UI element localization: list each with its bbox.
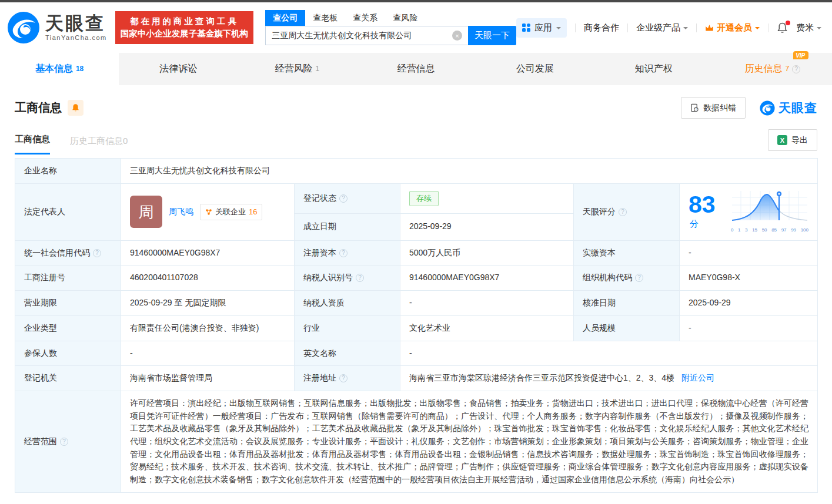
- tab-label: 经营风险: [275, 63, 313, 75]
- help-icon[interactable]: ?: [339, 249, 347, 257]
- search-tab-boss[interactable]: 查老板: [305, 10, 345, 26]
- correction-icon: !: [690, 103, 699, 112]
- business-info-table: 企业名称 三亚周大生无忧共创文化科技有限公司 法定代表人 周 周飞鸣 关联企业 …: [15, 158, 818, 493]
- legal-rep-name-link[interactable]: 周飞鸣: [169, 206, 193, 219]
- field-label-staff-size: 人员规模: [574, 315, 680, 341]
- field-label-company-type: 企业类型: [15, 315, 121, 341]
- related-companies-label: 关联企业: [215, 206, 246, 218]
- logo-eye-icon: [7, 11, 40, 44]
- help-icon[interactable]: ?: [356, 274, 364, 282]
- tab-label: 经营信息: [397, 63, 435, 75]
- taxpayer-id-value: 91460000MAEY0G98X7: [400, 266, 574, 291]
- field-label-english-name: 英文名称: [295, 341, 400, 366]
- approval-date-value: 2025-09-29: [680, 291, 818, 316]
- nav-apps[interactable]: 应用: [516, 18, 567, 38]
- logo-title: 天眼查: [45, 14, 107, 33]
- tab-business-info[interactable]: 经营信息: [356, 53, 475, 85]
- business-term-value: 2025-09-29 至 无固定期限: [121, 291, 295, 316]
- insured-count-value: -: [121, 341, 295, 366]
- help-icon[interactable]: ?: [619, 208, 627, 216]
- tab-legal-litigation[interactable]: 法律诉讼: [119, 53, 238, 85]
- credit-code-value: 91460000MAEY0G98X7: [121, 240, 295, 266]
- slogan-line1: 都在用的商业查询工具: [121, 15, 249, 28]
- field-label-industry: 行业: [295, 315, 400, 341]
- table-row: 统一社会信用代码? 91460000MAEY0G98X7 注册资本? 5000万…: [15, 240, 818, 266]
- search-tabs: 查公司 查老板 查关系 查风险: [265, 10, 516, 26]
- help-icon[interactable]: ?: [60, 438, 68, 446]
- nav-open-vip[interactable]: 开通会员: [705, 22, 760, 33]
- tab-label: 历史信息: [745, 63, 783, 75]
- help-icon[interactable]: ?: [339, 374, 347, 382]
- help-icon[interactable]: ?: [93, 249, 101, 257]
- export-button[interactable]: X 导出: [768, 129, 817, 151]
- divider: [627, 23, 628, 32]
- tianyancha-logo[interactable]: 天眼查 TianYanCha.com: [7, 11, 107, 44]
- search-tab-risk[interactable]: 查风险: [385, 10, 425, 26]
- field-label-reg-number: 工商注册号: [15, 266, 121, 291]
- subtab-history-registration[interactable]: 历史工商信息0: [70, 136, 128, 154]
- tab-label: 法律诉讼: [159, 63, 197, 75]
- help-icon[interactable]: ?: [635, 274, 643, 282]
- nav-enterprise-label: 企业级产品: [636, 22, 680, 33]
- taxpayer-quality-value: -: [400, 291, 574, 316]
- field-label-org-code: 组织机构代码?: [574, 266, 680, 291]
- excel-icon: X: [777, 135, 787, 145]
- divider: [575, 23, 576, 32]
- score-cell: 83分: [680, 183, 818, 240]
- staff-size-value: -: [680, 315, 818, 341]
- field-label-reg-status: 登记状态?: [295, 183, 400, 213]
- search-button[interactable]: 天眼一下: [468, 26, 516, 45]
- search-input[interactable]: [272, 31, 452, 41]
- tab-basic-info[interactable]: 基本信息 18: [0, 53, 119, 85]
- nav-apps-label: 应用: [534, 22, 552, 33]
- nav-enterprise-products[interactable]: 企业级产品: [636, 22, 688, 33]
- chevron-down-icon: [817, 27, 821, 32]
- tab-operation-risk[interactable]: 经营风险 1: [238, 53, 356, 85]
- score-value-group[interactable]: 83分: [689, 193, 723, 231]
- help-icon[interactable]: ?: [792, 65, 800, 73]
- nav-vip-label: 开通会员: [717, 22, 752, 33]
- tab-company-development[interactable]: 公司发展: [476, 53, 594, 85]
- nav-user[interactable]: 费米: [796, 22, 821, 33]
- industry-value: 文化艺术业: [400, 315, 574, 341]
- subtab-business-registration[interactable]: 工商信息: [15, 134, 50, 154]
- field-label-company-name: 企业名称: [15, 159, 121, 184]
- related-companies-button[interactable]: 关联企业 16: [200, 204, 262, 220]
- tab-history-info[interactable]: VIP 历史信息 7 ?: [713, 53, 832, 85]
- table-row: 参保人数 - 英文名称 -: [15, 341, 818, 366]
- field-label-insured-count: 参保人数: [15, 341, 121, 366]
- bell-icon: [71, 103, 80, 112]
- table-row: 登记机关 海南省市场监督管理局 注册地址? 海南省三亚市海棠区琼港经济合作三亚示…: [15, 366, 818, 391]
- data-correction-button[interactable]: ! 数据纠错: [681, 97, 746, 119]
- english-name-value: -: [400, 341, 818, 366]
- table-row: 企业类型 有限责任公司(港澳台投资、非独资) 行业 文化艺术业 人员规模 -: [15, 315, 818, 341]
- search-tab-relation[interactable]: 查关系: [345, 10, 385, 26]
- watermark-logo: 天眼查: [760, 100, 817, 116]
- nav-cooperation[interactable]: 商务合作: [584, 22, 619, 33]
- avatar[interactable]: 周: [130, 196, 162, 228]
- header-nav: 应用 商务合作 企业级产品 开通会员 费米: [516, 18, 821, 38]
- notifications-bell[interactable]: [777, 22, 788, 33]
- score-unit: 分: [690, 219, 699, 229]
- help-icon[interactable]: ?: [339, 194, 347, 203]
- header: 天眼查 TianYanCha.com 都在用的商业查询工具 国家中小企业发展子基…: [0, 2, 832, 53]
- export-label: 导出: [791, 135, 808, 146]
- subscribe-bell-button[interactable]: [68, 100, 83, 116]
- tab-label: 基本信息: [35, 63, 73, 75]
- field-label-approval-date: 核准日期: [574, 291, 680, 316]
- clear-search-icon[interactable]: ×: [452, 31, 462, 41]
- status-badge: 存续: [409, 191, 439, 206]
- field-label-paid-capital: 实缴资本: [574, 240, 680, 266]
- tab-intellectual-property[interactable]: 知识产权: [594, 53, 713, 85]
- field-label-legal-rep: 法定代表人: [15, 183, 121, 240]
- table-row: 经营范围? 许可经营项目：演出经纪；出版物互联网销售；互联网信息服务；出版物批发…: [15, 391, 818, 492]
- field-label-taxpayer-id: 纳税人识别号?: [295, 266, 400, 291]
- search-tab-company[interactable]: 查公司: [265, 10, 305, 26]
- slogan-banner: 都在用的商业查询工具 国家中小企业发展子基金旗下机构: [115, 11, 254, 44]
- vip-badge: VIP: [793, 51, 808, 59]
- score-distribution-chart: 0131550859799100: [731, 190, 808, 234]
- related-companies-count: 16: [249, 206, 257, 218]
- nearby-companies-link[interactable]: 附近公司: [681, 373, 714, 382]
- reg-address-cell: 海南省三亚市海棠区琼港经济合作三亚示范区投资促进中心1、2、3、4楼 附近公司: [400, 366, 818, 391]
- tab-label: 知识产权: [635, 63, 673, 75]
